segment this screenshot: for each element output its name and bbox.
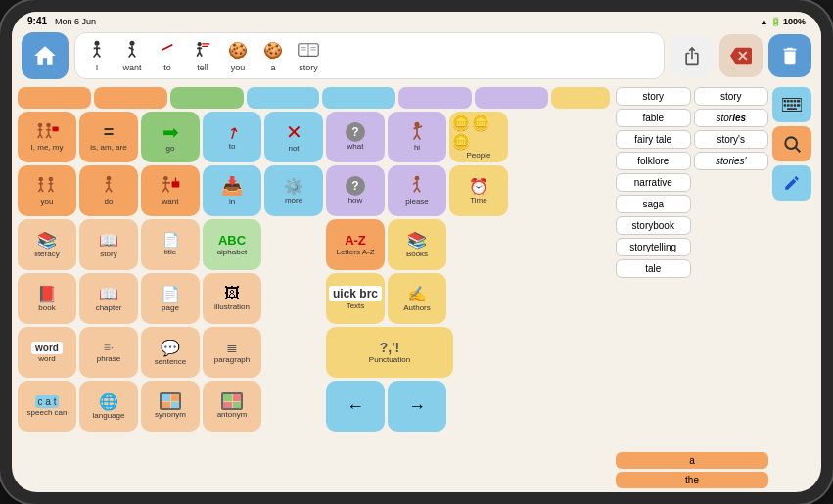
- grid-row-3: 📚 literacy 📖 story 📄 title ABC alphabet: [18, 219, 610, 270]
- cell-paragraph[interactable]: ≣ paragraph: [203, 327, 261, 378]
- gap-3: [264, 327, 323, 378]
- cell-illustration[interactable]: 🖼 illustration: [203, 273, 261, 324]
- word-storybook[interactable]: storybook: [616, 216, 691, 235]
- cell-chapter[interactable]: 📖 chapter: [79, 273, 138, 324]
- word-narrative[interactable]: narrative: [616, 173, 691, 192]
- cat-chip-8[interactable]: [551, 87, 610, 109]
- grid-row-2: you do want 📥 in ⚙️: [18, 165, 610, 216]
- cell-letters-az[interactable]: A-Z Letters A-Z: [326, 219, 385, 270]
- svg-point-35: [414, 122, 419, 127]
- word-a[interactable]: a: [616, 452, 768, 469]
- cell-sentence[interactable]: 💬 sentence: [141, 327, 200, 378]
- cell-title[interactable]: 📄 title: [141, 219, 200, 270]
- cell-more[interactable]: ⚙️ more: [264, 165, 323, 216]
- delete-button[interactable]: [768, 34, 811, 77]
- cell-what[interactable]: ? what: [326, 112, 385, 162]
- gap-2: [264, 273, 323, 324]
- svg-rect-60: [172, 181, 180, 187]
- cell-go[interactable]: ➡ go: [141, 112, 200, 162]
- cell-do[interactable]: do: [79, 165, 138, 216]
- cell-want[interactable]: want: [141, 165, 200, 216]
- svg-point-11: [198, 42, 202, 46]
- sentence-bar: I want to t: [74, 32, 665, 79]
- cat-chip-1[interactable]: [18, 87, 91, 109]
- right-panel: story fable fairy tale folklore narrativ…: [616, 83, 821, 492]
- cat-chip-7[interactable]: [475, 87, 548, 109]
- cell-is-am-are[interactable]: = is, am, are: [79, 112, 138, 162]
- sentence-word-want: want: [118, 39, 146, 72]
- word-story-1[interactable]: story: [616, 87, 691, 106]
- cell-books[interactable]: 📚 Books: [388, 219, 446, 270]
- cell-next[interactable]: →: [388, 381, 446, 432]
- cell-hi[interactable]: hi: [388, 112, 446, 162]
- cell-texts[interactable]: uick brc Texts: [326, 273, 385, 324]
- cell-in[interactable]: 📥 in: [203, 165, 261, 216]
- word-saga[interactable]: saga: [616, 195, 691, 213]
- cell-antonym[interactable]: antonym: [203, 381, 261, 432]
- cell-how[interactable]: ? how: [326, 165, 385, 216]
- right-tools: [772, 87, 815, 488]
- search-button[interactable]: [772, 126, 811, 161]
- gap-1: [264, 219, 323, 270]
- word-col-1: story fable fairy tale folklore narrativ…: [616, 87, 691, 278]
- cell-alphabet[interactable]: ABC alphabet: [203, 219, 261, 270]
- grid-row-1: I, me, my = is, am, are ➡ go ↗ to: [18, 112, 610, 162]
- keyboard-button[interactable]: [772, 87, 811, 122]
- cell-to[interactable]: ↗ to: [203, 112, 261, 162]
- svg-rect-70: [790, 100, 793, 103]
- word-folklore[interactable]: folklore: [616, 152, 691, 170]
- status-bar: 9:41 Mon 6 Jun ▲ 🔋 100%: [12, 12, 821, 28]
- cell-literacy[interactable]: 📚 literacy: [18, 219, 76, 270]
- word-story-apos[interactable]: story's: [694, 130, 769, 149]
- cell-language[interactable]: 🌐 language: [79, 381, 138, 432]
- cat-chip-5[interactable]: [322, 87, 395, 109]
- grid-row-6: c a t speech can 🌐 language synonym: [18, 381, 610, 432]
- cat-chip-3[interactable]: [170, 87, 244, 109]
- bottom-suggest: a the: [616, 452, 768, 488]
- svg-line-59: [165, 188, 168, 193]
- top-bar: I want to t: [12, 28, 821, 83]
- cell-speech[interactable]: c a t speech can: [18, 381, 76, 432]
- svg-rect-77: [797, 104, 800, 107]
- status-time: 9:41: [27, 16, 47, 26]
- word-fairy-tale[interactable]: fairy tale: [616, 130, 691, 149]
- cell-you[interactable]: you: [18, 165, 76, 216]
- sentence-word-to: to: [154, 39, 181, 72]
- cell-story[interactable]: 📖 story: [79, 219, 138, 270]
- home-button[interactable]: [22, 32, 69, 79]
- cell-time[interactable]: ⏰ Time: [449, 165, 508, 216]
- word-fable[interactable]: fable: [616, 109, 691, 127]
- edit-button[interactable]: [772, 165, 811, 201]
- sentence-word-I: I: [83, 39, 111, 72]
- svg-point-0: [95, 41, 100, 46]
- cell-prev[interactable]: ←: [326, 381, 385, 432]
- word-the[interactable]: the: [616, 472, 768, 488]
- cell-phrase[interactable]: ≡· phrase: [79, 327, 138, 378]
- cell-punctuation[interactable]: ?,'! Punctuation: [326, 327, 453, 378]
- cell-authors[interactable]: ✍️ Authors: [388, 273, 446, 324]
- cell-people[interactable]: 🪙🪙🪙 People: [449, 112, 508, 162]
- svg-point-45: [49, 177, 54, 182]
- cell-page[interactable]: 📄 page: [141, 273, 200, 324]
- cell-book[interactable]: 📕 book: [18, 273, 76, 324]
- battery-icon: 🔋: [770, 17, 781, 26]
- cell-i-me-my[interactable]: I, me, my: [18, 112, 76, 162]
- clear-button[interactable]: [719, 34, 763, 77]
- cell-synonym[interactable]: synonym: [141, 381, 200, 432]
- word-story-2[interactable]: story: [694, 87, 769, 106]
- cell-word[interactable]: word word: [18, 327, 76, 378]
- grid-row-4: 📕 book 📖 chapter 📄 page 🖼 illustration: [18, 273, 610, 324]
- cell-not[interactable]: ✕ not: [264, 112, 323, 162]
- svg-line-66: [417, 188, 420, 193]
- grid-row-5: word word ≡· phrase 💬 sentence ≣ paragra…: [18, 327, 610, 378]
- svg-line-80: [796, 148, 801, 153]
- cell-please[interactable]: please: [388, 165, 446, 216]
- cat-chip-6[interactable]: [398, 87, 472, 109]
- word-storytelling[interactable]: storytelling: [616, 238, 691, 256]
- cat-chip-4[interactable]: [247, 87, 320, 109]
- share-button[interactable]: [671, 34, 714, 77]
- cat-chip-2[interactable]: [94, 87, 167, 109]
- word-stories-apos[interactable]: stories': [694, 152, 769, 170]
- word-stories[interactable]: stories: [694, 109, 769, 127]
- word-tale[interactable]: tale: [616, 259, 691, 278]
